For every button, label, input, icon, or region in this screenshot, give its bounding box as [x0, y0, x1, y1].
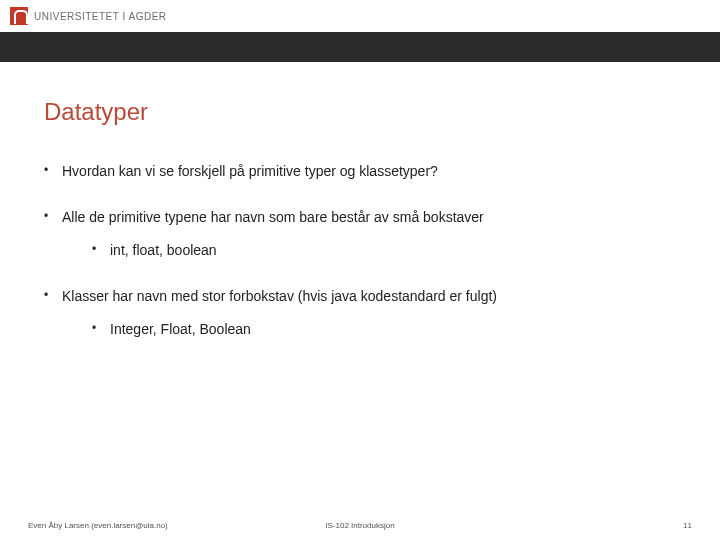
list-item: Alle de primitive typene har navn som ba… [44, 208, 676, 261]
slide-title: Datatyper [44, 98, 676, 126]
header-band [0, 32, 720, 62]
sub-list: Integer, Float, Boolean [92, 320, 676, 340]
bullet-text: Integer, Float, Boolean [110, 321, 251, 337]
topbar: UNIVERSITETET I AGDER [0, 0, 720, 32]
footer-author: Even Åby Larsen (even.larsen@uia.no) [28, 521, 168, 530]
list-item: Hvordan kan vi se forskjell på primitive… [44, 162, 676, 182]
footer-course: IS-102 Introduksjon [325, 521, 394, 530]
bullet-text: Alle de primitive typene har navn som ba… [62, 209, 484, 225]
list-item: Integer, Float, Boolean [92, 320, 676, 340]
institution-name: UNIVERSITETET I AGDER [34, 11, 167, 22]
logo-mark-icon [10, 7, 28, 25]
slide: UNIVERSITETET I AGDER Datatyper Hvordan … [0, 0, 720, 540]
bullet-text: int, float, boolean [110, 242, 217, 258]
footer-page: 11 [683, 521, 692, 530]
sub-list: int, float, boolean [92, 241, 676, 261]
bullet-list: Hvordan kan vi se forskjell på primitive… [44, 162, 676, 340]
list-item: int, float, boolean [92, 241, 676, 261]
footer: Even Åby Larsen (even.larsen@uia.no) IS-… [0, 521, 720, 530]
logo: UNIVERSITETET I AGDER [10, 7, 167, 25]
bullet-text: Klasser har navn med stor forbokstav (hv… [62, 288, 497, 304]
content-area: Datatyper Hvordan kan vi se forskjell på… [0, 62, 720, 340]
list-item: Klasser har navn med stor forbokstav (hv… [44, 287, 676, 340]
bullet-text: Hvordan kan vi se forskjell på primitive… [62, 163, 438, 179]
